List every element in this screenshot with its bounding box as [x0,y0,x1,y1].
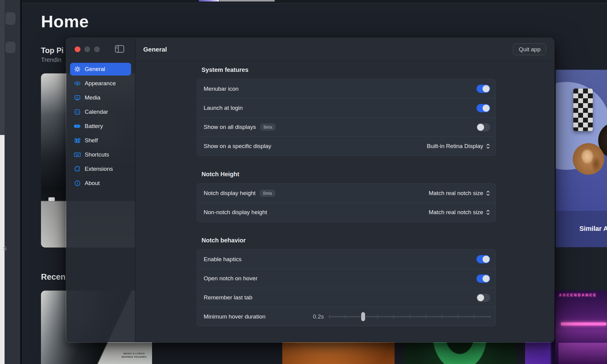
row-control: 0.2s [313,312,490,321]
setting-label: Open notch on hover [204,275,257,282]
beta-badge: Beta [260,190,275,197]
open-notch-on-hover-toggle[interactable] [476,275,490,283]
slider-tick [393,315,394,318]
top-picks-heading: Top Pi [41,46,64,55]
background-sidebar-button[interactable] [5,42,15,53]
stepper-chevrons-icon[interactable] [486,190,490,197]
section-title: Notch Height [202,171,496,178]
setting-label: Remember last tab [204,294,253,301]
non-notch-display-height-stepper[interactable]: Match real notch size [429,209,490,216]
zoom-button[interactable] [94,46,100,52]
row-control [476,104,490,112]
clipped-progress-strip [219,0,275,2]
close-button[interactable] [75,46,80,52]
quit-app-button[interactable]: Quit app [513,43,546,55]
row-control [476,294,490,302]
poster-logo-badge [48,197,55,201]
setting-label: Enable haptics [204,256,242,263]
slider-thumb[interactable] [361,312,365,321]
sidebar-item-label: Battery [85,123,103,130]
toggle-knob [483,85,490,92]
settings-card: Menubar iconLaunch at loginShow on all d… [197,79,496,156]
sidebar-item-label: Appearance [85,80,116,87]
setting-label: Non-notch display height [204,209,267,216]
row-control: Match real notch size [429,190,490,197]
similar-artists-card[interactable]: Similar Artists M [556,70,607,247]
eye-icon [74,80,81,87]
enable-haptics-toggle[interactable] [476,255,490,263]
menubar-icon-toggle[interactable] [476,85,490,93]
media-icon [74,94,81,101]
shelf-icon [74,137,81,144]
sidebar-item-media[interactable]: Media [70,91,131,104]
stepper-value: Match real notch size [429,209,483,216]
stepper-value: Built-in Retina Display [427,143,483,150]
settings-row-open-notch-on-hover: Open notch on hover [197,269,496,288]
sidebar-item-extensions[interactable]: Extensions [70,163,131,175]
artist-photo[interactable] [573,143,604,175]
slider-value: 0.2s [313,313,324,320]
chess-movie-poster [573,89,593,131]
slider-tick [329,315,330,318]
setting-label: Minimum hover duration [204,313,266,320]
settings-section-notch-behavior: Notch behaviorEnable hapticsOpen notch o… [197,237,496,326]
minimize-button[interactable] [84,46,90,52]
toggle-knob [477,294,484,301]
screen: s Home Top Pi Trendin Recen MUSIC & LYRI… [0,0,607,364]
slider-tick [474,315,474,318]
settings-row-minimum-hover-duration: Minimum hover duration0.2s [197,307,496,326]
settings-row-non-notch-display-height: Non-notch display heightMatch real notch… [197,203,496,222]
slider-tick [426,315,426,318]
minimum-hover-duration-slider[interactable] [329,312,490,321]
sidebar-item-calendar[interactable]: Calendar [70,106,131,118]
sidebar-item-label: Calendar [85,109,108,115]
settings-section-notch-height: Notch HeightNotch display heightBetaMatc… [197,171,496,222]
info-icon [74,180,81,187]
slider-tick [409,315,410,318]
page-title: Home [41,12,89,31]
settings-card: Notch display heightBetaMatch real notch… [197,183,496,222]
settings-scroll-area: System featuresMenubar iconLaunch at log… [135,61,554,342]
slider-tick [442,315,442,318]
show-on-all-displays-toggle[interactable] [476,123,490,131]
settings-sidebar: GeneralAppearanceMediaCalendarBatteryShe… [66,38,135,342]
stepper-chevrons-icon[interactable] [486,209,490,216]
calendar-icon [74,108,81,116]
battery-icon [74,123,81,130]
sidebar-item-about[interactable]: About [70,177,131,190]
row-control [476,255,490,263]
beta-badge: Beta [260,123,276,131]
toggle-knob [483,275,490,282]
setting-label: Launch at login [204,105,243,111]
settings-section-system-features: System featuresMenubar iconLaunch at log… [197,66,496,156]
sidebar-item-shortcuts[interactable]: Shortcuts [70,148,131,161]
sidebar-item-battery[interactable]: Battery [70,120,131,133]
sidebar-item-label: Shortcuts [85,151,109,158]
background-app-sidebar: s [5,0,20,364]
background-window-edge-top [0,0,5,135]
recent-heading: Recen [41,272,66,282]
keyboard-icon [74,151,81,158]
sidebar-item-label: Shelf [85,137,98,144]
setting-label: Notch display height [204,190,256,197]
sidebar-toggle-icon[interactable] [115,45,124,53]
settings-header: General Quit app [135,38,554,61]
slider-tick [345,315,346,318]
launch-at-login-toggle[interactable] [476,104,490,112]
similar-artists-label: Similar Artists [579,225,607,233]
sidebar-item-shelf[interactable]: Shelf [70,134,131,147]
show-on-a-specific-display-stepper[interactable]: Built-in Retina Display [427,143,490,150]
settings-sidebar-list: GeneralAppearanceMediaCalendarBatteryShe… [70,63,131,190]
toggle-knob [483,256,490,263]
row-control [476,85,490,93]
stepper-chevrons-icon[interactable] [486,143,490,150]
sidebar-item-appearance[interactable]: Appearance [70,77,131,90]
settings-row-notch-display-height: Notch display heightBetaMatch real notch… [197,184,496,203]
hover-duration-slider-group: 0.2s [313,312,490,321]
sidebar-item-general[interactable]: General [70,63,131,76]
background-sidebar-button[interactable] [5,12,15,25]
notch-display-height-stepper[interactable]: Match real notch size [429,190,490,197]
remember-last-tab-toggle[interactable] [476,294,490,302]
trending-subheading: Trendin [41,56,61,63]
settings-row-show-on-all-displays: Show on all displaysBeta [197,117,496,136]
